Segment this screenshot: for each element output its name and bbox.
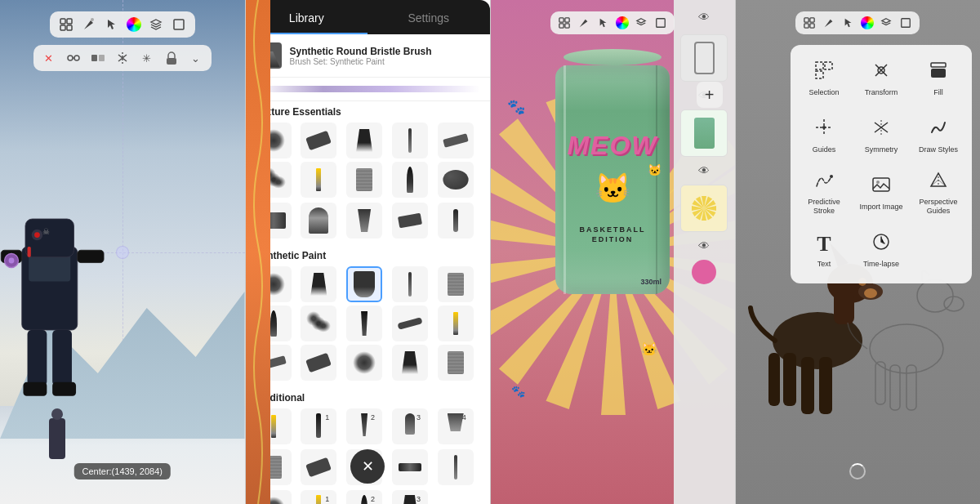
color-swatch-pink[interactable]: [692, 260, 716, 284]
brush-item[interactable]: [301, 123, 336, 158]
layers-icon[interactable]: [879, 16, 893, 30]
panel-can-illustration: + MEOW 🐱 BASKETBALLEDITION 330ml 🐾 🐱 🐾 🐱…: [491, 0, 736, 504]
brush-item-selected[interactable]: [346, 266, 382, 302]
brush-item[interactable]: [438, 266, 474, 302]
brush-item[interactable]: [301, 203, 336, 239]
grid-icon[interactable]: [802, 16, 817, 30]
layer-item-can-outline[interactable]: [680, 34, 728, 82]
brush-item[interactable]: [346, 345, 382, 381]
brush-item[interactable]: [346, 123, 382, 158]
flip-icon[interactable]: [89, 49, 107, 67]
brush-item[interactable]: [392, 449, 428, 485]
main-toolbar-1: [50, 11, 195, 38]
action-perspective-guides[interactable]: PerspectiveGuides: [911, 166, 965, 220]
brush-item[interactable]: [301, 266, 336, 302]
action-timelapse[interactable]: Time-lapse: [854, 223, 908, 277]
traditional-brush-grid-3: 1 2 3: [256, 490, 480, 504]
svg-point-80: [917, 279, 953, 312]
eye-toggle-4[interactable]: 👁: [695, 237, 713, 255]
cursor-icon[interactable]: [104, 16, 120, 33]
brush-item[interactable]: [392, 266, 428, 302]
brush-item[interactable]: 3: [392, 490, 428, 504]
svg-rect-50: [657, 19, 666, 28]
action-guides[interactable]: Guides: [797, 109, 851, 163]
crop-icon[interactable]: [898, 16, 913, 30]
brush-item[interactable]: 1: [301, 408, 336, 444]
color-wheel-icon[interactable]: [616, 16, 629, 29]
brush-item[interactable]: 2: [346, 490, 382, 504]
brush-icon[interactable]: [822, 16, 836, 30]
lock-icon[interactable]: [163, 49, 180, 67]
brush-item[interactable]: [301, 449, 336, 485]
cursor-icon[interactable]: [596, 16, 611, 30]
layer-item-sunburst[interactable]: [680, 185, 728, 232]
svg-rect-83: [906, 365, 916, 410]
brush-item[interactable]: [438, 162, 474, 198]
action-draw-styles[interactable]: Draw Styles: [911, 109, 965, 163]
eye-toggle[interactable]: 👁: [695, 8, 713, 26]
brush-item[interactable]: [392, 123, 428, 158]
brush-item[interactable]: [346, 203, 382, 239]
brush-item[interactable]: [301, 162, 336, 198]
layers-icon[interactable]: [634, 16, 648, 30]
action-symmetry[interactable]: Symmetry: [854, 109, 908, 163]
draw-styles-icon: [929, 118, 948, 142]
grid-icon[interactable]: [58, 16, 74, 33]
action-text[interactable]: T Text: [797, 223, 851, 277]
brush-item[interactable]: 4: [438, 408, 474, 444]
layer-item-can-body[interactable]: [680, 109, 728, 157]
can-volume: 330ml: [640, 278, 662, 286]
fill-icon: [929, 60, 948, 85]
transform-icon[interactable]: [65, 49, 82, 67]
brush-item[interactable]: 3: [392, 408, 428, 444]
eye-toggle-3[interactable]: 👁: [695, 162, 713, 180]
action-import-image[interactable]: Import Image: [854, 166, 908, 220]
brush-item[interactable]: 2: [346, 408, 382, 444]
brush-item[interactable]: [346, 162, 382, 198]
brush-item[interactable]: [438, 449, 474, 485]
brush-item[interactable]: [438, 123, 474, 158]
brush-item[interactable]: [301, 306, 336, 341]
brush-item[interactable]: [392, 306, 428, 341]
cursor-icon[interactable]: [841, 16, 856, 30]
action-selection[interactable]: Selection: [797, 51, 851, 105]
tab-settings[interactable]: Settings: [368, 0, 490, 34]
action-predictive-stroke[interactable]: PredictiveStroke: [797, 166, 851, 220]
brush-item[interactable]: [392, 345, 428, 381]
svg-rect-76: [768, 353, 780, 406]
brush-icon[interactable]: [81, 16, 97, 33]
crop-icon[interactable]: [653, 16, 668, 30]
svg-rect-20: [78, 250, 104, 262]
color-wheel-icon[interactable]: [127, 17, 141, 32]
brush-item[interactable]: [438, 203, 474, 239]
close-library-button[interactable]: ✕: [350, 449, 385, 484]
brush-item[interactable]: [392, 162, 428, 198]
symmetry-icon[interactable]: [114, 49, 131, 67]
layers-icon[interactable]: [148, 16, 164, 33]
brush-item[interactable]: [438, 306, 474, 341]
svg-text:☠: ☠: [42, 227, 50, 236]
grid-icon[interactable]: [557, 16, 572, 30]
center-coordinates-label: Center:(1439, 2084): [74, 463, 171, 479]
svg-rect-49: [565, 24, 569, 28]
brush-item[interactable]: [438, 345, 474, 381]
svg-rect-47: [565, 18, 569, 22]
brush-icon[interactable]: [577, 16, 591, 30]
expand-icon[interactable]: ⌄: [187, 49, 205, 67]
close-icon[interactable]: ✕: [40, 49, 58, 67]
cat-deco-3: 🐾: [511, 385, 525, 398]
cat-deco-4: 🐱: [641, 341, 657, 357]
brush-item[interactable]: [301, 345, 336, 381]
add-layer-button[interactable]: +: [697, 82, 723, 108]
person-figure: [49, 418, 65, 459]
brush-item[interactable]: [392, 203, 428, 239]
can-text-meow: MEOW: [555, 131, 670, 161]
crop-icon[interactable]: [171, 16, 187, 33]
action-transform[interactable]: Transform: [854, 51, 908, 105]
color-wheel-icon[interactable]: [861, 16, 874, 29]
action-fill[interactable]: Fill: [911, 51, 965, 105]
light-icon[interactable]: ✳: [138, 49, 156, 67]
brush-item[interactable]: 1: [301, 490, 336, 504]
svg-rect-5: [174, 20, 184, 29]
brush-item[interactable]: [346, 306, 382, 341]
